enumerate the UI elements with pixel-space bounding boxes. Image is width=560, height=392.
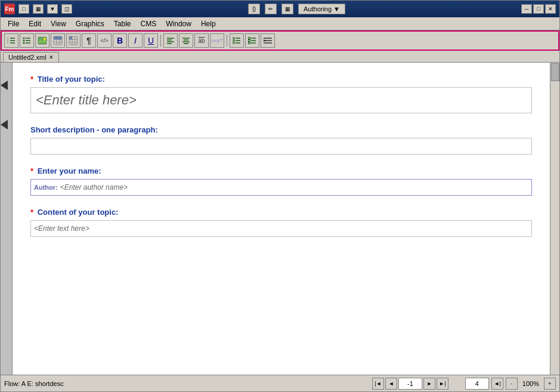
author-input[interactable]: Author: <Enter author name>: [30, 179, 532, 196]
window-controls: ─ □ ✕: [521, 4, 556, 14]
svg-rect-43: [249, 40, 250, 42]
title-required-star: *: [30, 75, 33, 84]
image-insert-button[interactable]: [35, 33, 49, 48]
tab-untitled2[interactable]: Untitled2.xml ✕: [3, 52, 59, 62]
nav-controls: |◄ ◄ ► ►|: [372, 378, 448, 390]
toolbar-separator-1: [160, 35, 161, 47]
equation-button[interactable]: x=y?: [210, 33, 224, 48]
left-arrows: [1, 63, 13, 375]
content-label: * Content of your topic:: [30, 208, 532, 217]
list-style1-button[interactable]: [230, 33, 244, 48]
content-placeholder: <Enter text here>: [34, 224, 89, 233]
win-btn-1[interactable]: □: [18, 4, 29, 14]
title-bar: Fm □ ▦ ▼ ◫ {} ✏ ▦ Authoring ▼ ─ □ ✕: [1, 1, 559, 17]
title-input[interactable]: <Enter title here>: [30, 87, 532, 113]
menu-view[interactable]: View: [46, 18, 71, 29]
zoom-plus-button[interactable]: +: [544, 378, 556, 390]
menu-table[interactable]: Table: [109, 18, 136, 29]
title-bar-center: {} ✏ ▦ Authoring ▼: [248, 4, 345, 14]
arrow-indicator-2: [1, 120, 8, 129]
menu-help[interactable]: Help: [196, 18, 221, 29]
scrollbar-thumb[interactable]: [551, 63, 559, 81]
align-center-button[interactable]: [179, 33, 193, 48]
page-total-input[interactable]: [465, 378, 489, 390]
zoom-minus-button[interactable]: -: [506, 378, 518, 390]
svg-text:3: 3: [7, 41, 9, 44]
tab-close-button[interactable]: ✕: [49, 54, 54, 60]
zoom-level: 100%: [520, 380, 542, 387]
shortdesc-input[interactable]: [30, 138, 532, 155]
app-icon: Fm: [4, 4, 15, 14]
edit-icon[interactable]: ✏: [265, 4, 277, 14]
close-button[interactable]: ✕: [545, 4, 556, 14]
svg-rect-27: [69, 36, 72, 39]
svg-point-37: [233, 40, 235, 42]
name-label: * Enter your name:: [30, 166, 532, 175]
minimize-button[interactable]: ─: [521, 4, 532, 14]
svg-marker-51: [264, 39, 266, 42]
arrow-indicator-1: [1, 81, 8, 90]
content-area: * Title of your topic: <Enter title here…: [1, 63, 559, 375]
page-current-input[interactable]: [398, 378, 422, 390]
shortdesc-label: Short description - one paragraph:: [30, 125, 532, 134]
prev-page-button[interactable]: ◄: [385, 378, 397, 390]
menu-bar: File Edit View Graphics Table CMS Window…: [1, 17, 559, 30]
menu-cms[interactable]: CMS: [136, 18, 162, 29]
indent-button[interactable]: [261, 33, 275, 48]
italic-button[interactable]: I: [128, 33, 143, 48]
title-section: * Title of your topic: <Enter title here…: [30, 75, 532, 113]
author-placeholder: <Enter author name>: [60, 183, 128, 192]
content-input[interactable]: <Enter text here>: [30, 220, 532, 237]
list-style2-button[interactable]: [245, 33, 259, 48]
tab-bar: Untitled2.xml ✕: [1, 51, 559, 63]
menu-graphics[interactable]: Graphics: [71, 18, 109, 29]
svg-point-7: [23, 40, 25, 42]
paragraph-button[interactable]: ¶: [82, 33, 96, 48]
restore-button[interactable]: □: [533, 4, 544, 14]
next-page-button[interactable]: ►: [423, 378, 435, 390]
menu-file[interactable]: File: [3, 18, 24, 29]
title-label: * Title of your topic:: [30, 75, 532, 84]
name-required-star: *: [30, 166, 33, 175]
authoring-button[interactable]: Authoring ▼: [298, 4, 345, 14]
shortdesc-section: Short description - one paragraph:: [30, 125, 532, 155]
svg-rect-44: [249, 42, 250, 44]
content-section: * Content of your topic: <Enter text her…: [30, 208, 532, 237]
win-btn-3[interactable]: ▼: [47, 4, 58, 14]
bold-button[interactable]: B: [113, 33, 127, 48]
svg-point-8: [23, 42, 25, 44]
first-page-button[interactable]: |◄: [372, 378, 384, 390]
svg-rect-21: [54, 36, 62, 39]
code-icon[interactable]: {}: [248, 4, 260, 14]
scrollbar[interactable]: [550, 63, 559, 375]
status-bar: Flow: A E: shortdesc |◄ ◄ ► ►| ◄| - 100%…: [1, 375, 559, 391]
svg-point-36: [233, 38, 235, 39]
last-page-button[interactable]: ►|: [437, 378, 448, 390]
char-style-button[interactable]: āb: [194, 33, 209, 48]
bulleted-list-button[interactable]: [20, 33, 34, 48]
svg-point-38: [233, 42, 235, 44]
menu-window[interactable]: Window: [161, 18, 196, 29]
svg-rect-42: [249, 38, 250, 39]
underline-button[interactable]: U: [144, 33, 158, 48]
win-btn-4[interactable]: ◫: [61, 4, 72, 14]
toolbar: 123 ¶ </> B I U āb x=y?: [1, 30, 559, 51]
content-required-star: *: [30, 208, 33, 217]
layout-icon[interactable]: ▦: [281, 4, 293, 14]
numbered-list-button[interactable]: 123: [4, 33, 18, 48]
table-format-button[interactable]: [66, 33, 81, 48]
prev-flow-button[interactable]: ◄|: [491, 378, 503, 390]
tab-label: Untitled2.xml: [8, 54, 47, 61]
align-left-button[interactable]: [163, 33, 178, 48]
author-tag: Author:: [34, 184, 58, 191]
win-btn-2[interactable]: ▦: [33, 4, 44, 14]
menu-edit[interactable]: Edit: [24, 18, 46, 29]
toolbar-separator-2: [227, 35, 227, 47]
table-insert-button[interactable]: [51, 33, 65, 48]
code-button[interactable]: </>: [97, 33, 112, 48]
name-section: * Enter your name: Author: <Enter author…: [30, 166, 532, 196]
svg-point-6: [23, 38, 25, 39]
flow-status: Flow: A E: shortdesc: [4, 380, 370, 387]
svg-point-15: [44, 38, 46, 40]
editor-area[interactable]: * Title of your topic: <Enter title here…: [13, 63, 550, 375]
